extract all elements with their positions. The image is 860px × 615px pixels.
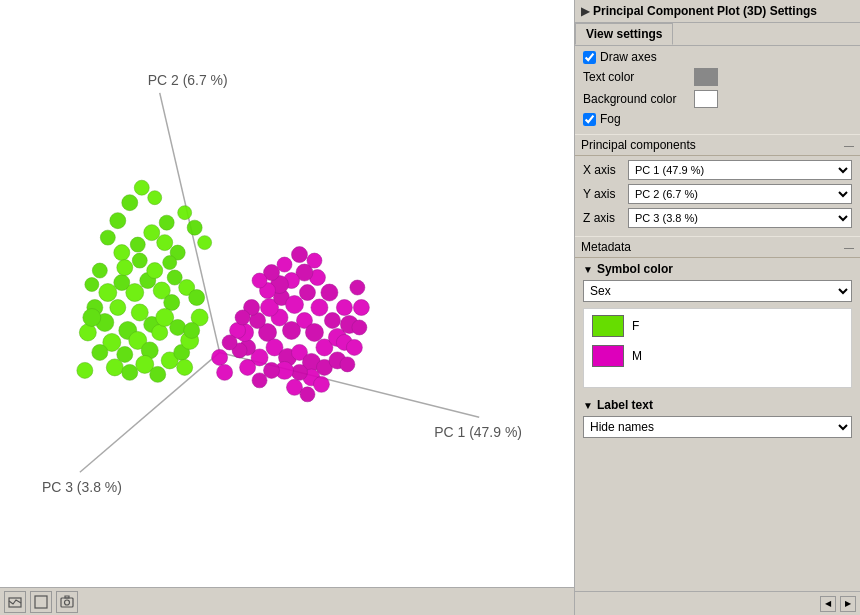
svg-point-29 [150, 366, 166, 382]
svg-point-25 [170, 319, 186, 335]
svg-point-57 [163, 256, 177, 270]
svg-point-8 [110, 300, 126, 316]
background-color-label: Background color [583, 92, 688, 106]
svg-point-83 [291, 364, 307, 380]
svg-point-124 [65, 600, 70, 605]
draw-axes-label: Draw axes [600, 50, 657, 64]
label-text-select[interactable]: Hide names [583, 416, 852, 438]
svg-point-120 [217, 364, 233, 380]
panel-title: Principal Component Plot (3D) Settings [593, 4, 817, 18]
svg-point-76 [286, 296, 304, 314]
x-axis-select[interactable]: PC 1 (47.9 %) [628, 160, 852, 180]
svg-point-59 [178, 206, 192, 220]
background-color-swatch[interactable] [694, 90, 718, 108]
fog-row: Fog [583, 112, 852, 126]
text-color-row: Text color [583, 68, 852, 86]
svg-point-48 [114, 245, 130, 261]
legend-color-m[interactable] [592, 345, 624, 367]
principal-components-tab: Principal components [581, 138, 696, 152]
svg-point-56 [147, 263, 163, 279]
triangle-icon-2: ▼ [583, 400, 593, 411]
svg-point-39 [189, 290, 205, 306]
svg-point-95 [321, 284, 338, 301]
legend-label-m: M [632, 349, 642, 363]
svg-point-117 [340, 357, 355, 372]
svg-point-60 [187, 220, 202, 235]
draw-axes-row: Draw axes [583, 50, 852, 64]
svg-point-58 [92, 263, 107, 278]
view-settings-tabs: View settings [575, 23, 860, 46]
svg-point-101 [300, 387, 315, 402]
background-color-row: Background color [583, 90, 852, 108]
legend-color-f[interactable] [592, 315, 624, 337]
metadata-tab: Metadata [581, 240, 631, 254]
z-axis-label: Z axis [583, 211, 628, 225]
plot-toolbar [0, 587, 574, 615]
svg-point-55 [132, 253, 147, 268]
svg-point-107 [235, 310, 250, 325]
svg-point-61 [198, 236, 212, 250]
svg-text:PC 3 (3.8 %): PC 3 (3.8 %) [42, 479, 122, 495]
toolbar-btn-1[interactable] [4, 591, 26, 613]
y-axis-select[interactable]: PC 2 (6.7 %) [628, 184, 852, 204]
svg-point-26 [106, 359, 123, 376]
svg-point-18 [99, 284, 117, 302]
svg-point-27 [122, 364, 138, 380]
svg-point-49 [130, 237, 145, 252]
z-axis-select[interactable]: PC 3 (3.8 %) [628, 208, 852, 228]
settings-bottom-bar: ◀ ▶ [575, 591, 860, 615]
toolbar-btn-2[interactable] [30, 591, 52, 613]
svg-point-33 [92, 344, 108, 360]
settings-panel: ▶ Principal Component Plot (3D) Settings… [575, 0, 860, 615]
y-axis-label: Y axis [583, 187, 628, 201]
svg-point-79 [324, 312, 340, 328]
symbol-color-dropdown-row: Sex [583, 280, 852, 302]
draw-axes-checkbox[interactable] [583, 51, 596, 64]
svg-point-115 [352, 320, 367, 335]
triangle-icon: ▼ [583, 264, 593, 275]
svg-point-50 [144, 225, 160, 241]
label-text-section: ▼ Label text Hide names [575, 394, 860, 448]
principal-components-minimize[interactable]: — [844, 140, 854, 151]
svg-point-43 [122, 195, 138, 211]
tab-view-settings[interactable]: View settings [575, 23, 673, 45]
svg-point-45 [110, 213, 126, 229]
symbol-color-select[interactable]: Sex [583, 280, 852, 302]
svg-point-62 [85, 278, 99, 292]
svg-point-104 [240, 359, 256, 375]
svg-point-41 [184, 322, 200, 338]
text-color-swatch[interactable] [694, 68, 718, 86]
svg-point-35 [83, 308, 101, 326]
scroll-left-btn[interactable]: ◀ [820, 596, 836, 612]
legend-box: F M [583, 308, 852, 388]
svg-rect-122 [35, 596, 47, 608]
toolbar-btn-3[interactable] [56, 591, 78, 613]
svg-point-46 [148, 191, 162, 205]
svg-point-36 [77, 362, 93, 378]
svg-text:PC 1 (47.9 %): PC 1 (47.9 %) [434, 424, 522, 440]
z-axis-row: Z axis PC 3 (3.8 %) [583, 208, 852, 228]
svg-point-47 [100, 230, 115, 245]
symbol-color-section: ▼ Symbol color Sex F M [575, 258, 860, 394]
svg-point-102 [313, 376, 329, 392]
svg-point-51 [159, 215, 174, 230]
svg-point-108 [307, 253, 322, 268]
svg-point-118 [212, 349, 228, 365]
principal-components-content: X axis PC 1 (47.9 %) Y axis PC 2 (6.7 %)… [575, 156, 860, 236]
svg-rect-123 [61, 598, 73, 607]
label-text-dropdown-row: Hide names [583, 416, 852, 438]
x-axis-row: X axis PC 1 (47.9 %) [583, 160, 852, 180]
svg-point-42 [177, 359, 193, 375]
svg-point-109 [291, 247, 307, 263]
metadata-minimize[interactable]: — [844, 242, 854, 253]
svg-point-116 [346, 339, 362, 355]
svg-point-114 [353, 300, 369, 316]
scroll-right-btn[interactable]: ▶ [840, 596, 856, 612]
legend-label-f: F [632, 319, 639, 333]
svg-point-85 [264, 362, 280, 378]
svg-point-37 [167, 270, 182, 285]
svg-marker-125 [65, 596, 69, 598]
panel-title-bar: ▶ Principal Component Plot (3D) Settings [575, 0, 860, 23]
svg-point-77 [299, 285, 315, 301]
fog-checkbox[interactable] [583, 113, 596, 126]
